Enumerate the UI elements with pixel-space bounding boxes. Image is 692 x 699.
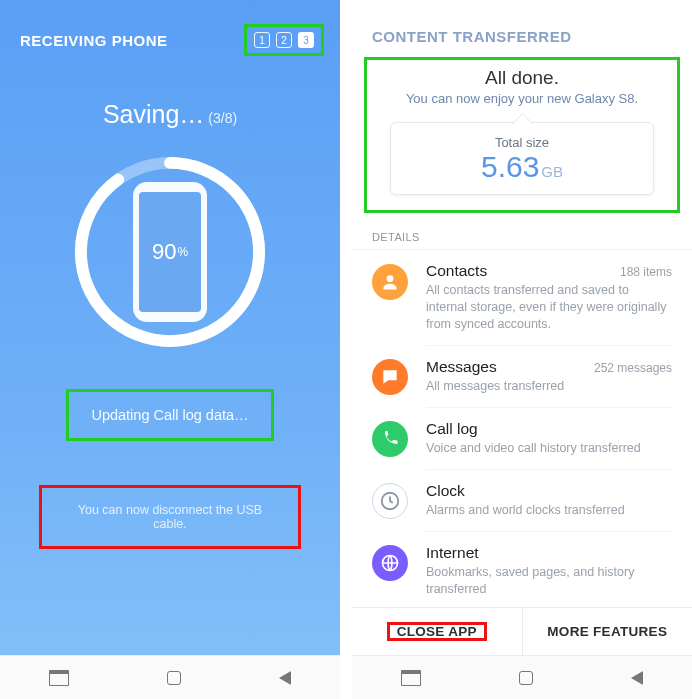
more-features-button[interactable]: MORE FEATURES: [522, 608, 693, 655]
recents-icon[interactable]: [49, 670, 69, 686]
total-size-label: Total size: [399, 135, 645, 150]
back-icon[interactable]: [631, 671, 643, 685]
done-box: All done. You can now enjoy your new Gal…: [368, 61, 676, 209]
phone-screen: 90%: [139, 192, 201, 312]
saving-label: Saving…: [103, 100, 204, 129]
more-features-label: MORE FEATURES: [547, 624, 667, 639]
close-app-button[interactable]: CLOSE APP: [352, 608, 522, 655]
list-item[interactable]: ClockAlarms and world clocks transferred: [352, 469, 692, 531]
total-size-value: 5.63: [481, 150, 539, 183]
list-item-count: 252 messages: [594, 361, 672, 375]
list-item-desc: Bookmarks, saved pages, and history tran…: [426, 564, 672, 598]
calllog-icon: [372, 421, 408, 457]
details-header: DETAILS: [352, 221, 692, 250]
list-item-desc: Voice and video call history transferred: [426, 440, 672, 457]
step-1: 1: [254, 32, 270, 48]
list-item-title: Contacts: [426, 262, 487, 280]
list-item[interactable]: Contacts188 itemsAll contacts transferre…: [352, 250, 692, 345]
phone-body: 90%: [133, 182, 207, 322]
list-item-desc: All messages transferred: [426, 378, 672, 395]
list-item-title: Clock: [426, 482, 465, 500]
transferred-screen: CONTENT TRANSFERRED All done. You can no…: [352, 0, 692, 699]
total-size-card: Total size 5.63GB: [390, 122, 654, 195]
list-item-text: InternetBookmarks, saved pages, and hist…: [426, 531, 672, 598]
list-item-desc: Alarms and world clocks transferred: [426, 502, 672, 519]
done-title: All done.: [374, 67, 670, 89]
header: RECEIVING PHONE 1 2 3: [0, 0, 340, 64]
list-item-text: ClockAlarms and world clocks transferred: [426, 469, 672, 519]
messages-icon: [372, 359, 408, 395]
list-item[interactable]: Call logVoice and video call history tra…: [352, 407, 692, 469]
svg-point-1: [387, 275, 394, 282]
contacts-icon: [372, 264, 408, 300]
step-2: 2: [276, 32, 292, 48]
status-line: Updating Call log data…: [70, 393, 270, 437]
total-size-unit: GB: [541, 163, 563, 180]
internet-icon: [372, 545, 408, 581]
list-item[interactable]: Messages252 messagesAll messages transfe…: [352, 345, 692, 407]
step-3: 3: [298, 32, 314, 48]
disconnect-notice: You can now disconnect the USB cable.: [41, 487, 299, 547]
saving-progress: (3/8): [208, 110, 237, 126]
phone-illustration: 90%: [71, 153, 269, 351]
details-list[interactable]: Contacts188 itemsAll contacts transferre…: [352, 250, 692, 607]
page-title: CONTENT TRANSFERRED: [372, 28, 572, 45]
nav-bar: [352, 655, 692, 699]
home-icon[interactable]: [519, 671, 533, 685]
list-item-text: Contacts188 itemsAll contacts transferre…: [426, 262, 672, 333]
back-icon[interactable]: [279, 671, 291, 685]
page-title: RECEIVING PHONE: [20, 32, 168, 49]
nav-bar: [0, 655, 340, 699]
receiving-screen: RECEIVING PHONE 1 2 3 Saving… (3/8) 90% …: [0, 0, 340, 699]
list-item[interactable]: InternetBookmarks, saved pages, and hist…: [352, 531, 692, 607]
percent-value: 90: [152, 239, 176, 265]
list-item-text: Call logVoice and video call history tra…: [426, 407, 672, 457]
list-item-text: Messages252 messagesAll messages transfe…: [426, 345, 672, 395]
list-item-title: Call log: [426, 420, 478, 438]
list-item-title: Messages: [426, 358, 497, 376]
progress-ring: 90%: [71, 153, 269, 351]
percent-sign: %: [177, 245, 188, 259]
list-item-count: 188 items: [620, 265, 672, 279]
recents-icon[interactable]: [401, 670, 421, 686]
action-bar: CLOSE APP MORE FEATURES: [352, 607, 692, 655]
done-subtitle: You can now enjoy your new Galaxy S8.: [374, 91, 670, 106]
step-indicator: 1 2 3: [248, 28, 320, 52]
home-icon[interactable]: [167, 671, 181, 685]
clock-icon: [372, 483, 408, 519]
saving-status: Saving… (3/8): [0, 100, 340, 129]
list-item-desc: All contacts transferred and saved to in…: [426, 282, 672, 333]
header: CONTENT TRANSFERRED: [352, 0, 692, 57]
close-app-label: CLOSE APP: [389, 624, 485, 639]
list-item-title: Internet: [426, 544, 479, 562]
